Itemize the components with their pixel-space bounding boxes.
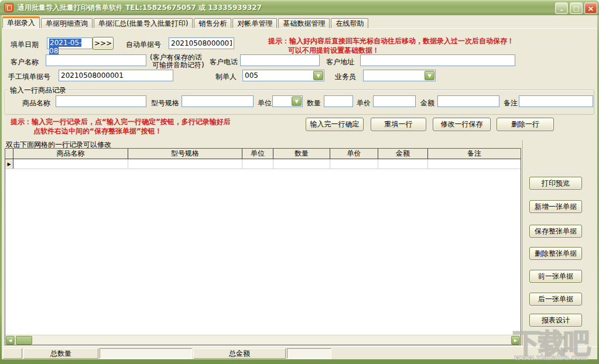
grid-header-remark: 备注 [428, 149, 521, 159]
qty-label: 数量 [307, 98, 321, 108]
panel-divider [2, 28, 597, 29]
row-hint-line1: 提示：输入完一行记录后，点“输入完一行确定”按钮，多行记录输好后 [11, 117, 231, 127]
qty-input[interactable] [324, 95, 353, 107]
grid-header-product: 商品名称 [13, 149, 128, 159]
price-input[interactable] [373, 95, 416, 107]
amount-input[interactable] [437, 95, 499, 107]
minimize-button[interactable]: – [555, 2, 568, 14]
items-grid[interactable]: 商品名称 型号规格 单位 数量 单价 金额 备注 ▶ ◀ ▶ [5, 148, 521, 345]
item-entry-group-title: 输入一行商品记录 [8, 85, 68, 95]
status-bar: 总数量 总金额 [2, 346, 597, 359]
dropdown-arrow-icon[interactable]: ▼ [425, 71, 434, 80]
close-button[interactable]: × [584, 2, 597, 14]
manual-number-label: 手工填单据号 [8, 72, 50, 82]
grid-header-selector [5, 149, 13, 159]
grid-header-price: 单价 [330, 149, 378, 159]
tab-order-summary[interactable]: 单据汇总(批量导入批量打印) [94, 18, 193, 28]
spec-label: 型号规格 [151, 98, 179, 108]
tab-order-entry[interactable]: 单据录入 [2, 16, 40, 28]
new-order-button[interactable]: 新增一张单据 [529, 200, 582, 213]
grid-right-divider [522, 140, 523, 345]
customer-address-input[interactable] [360, 54, 515, 66]
grid-header-qty: 数量 [273, 149, 330, 159]
total-amount-label: 总金额 [193, 348, 286, 359]
customer-phone-input[interactable] [240, 54, 320, 66]
date-picker-button[interactable]: >>> [93, 37, 114, 50]
tab-statement-mgmt[interactable]: 对帐单管理 [232, 18, 277, 28]
customer-name-label: 客户名称 [11, 57, 39, 67]
price-label: 单价 [357, 98, 371, 108]
spec-input[interactable] [182, 95, 254, 107]
total-qty-value [100, 348, 192, 359]
product-name-label: 商品名称 [22, 98, 50, 108]
unit-label: 单位 [258, 98, 272, 108]
tab-online-help[interactable]: 在线帮助 [331, 18, 368, 28]
tab-base-data-mgmt[interactable]: 基础数据管理 [278, 18, 330, 28]
delete-order-button[interactable]: 删除整张单据 [529, 247, 582, 260]
auto-number-input[interactable] [169, 37, 234, 49]
customer-name-input[interactable] [46, 54, 146, 66]
product-name-input[interactable] [56, 95, 146, 107]
maker-combobox[interactable]: 005 ▼ [242, 70, 324, 81]
delete-row-button[interactable]: 删除一行 [497, 118, 554, 131]
row-marker-icon: ▶ [5, 159, 13, 169]
app-icon [4, 3, 13, 12]
tab-strip: 单据录入 单据明细查询 单据汇总(批量导入批量打印) 销售分析 对帐单管理 基础… [2, 17, 368, 28]
customer-note-line2: 可输拼音助记符) [152, 60, 204, 70]
total-qty-label: 总数量 [23, 348, 98, 359]
salesman-label: 业务员 [335, 72, 356, 82]
previous-order-button[interactable]: 前一张单据 [529, 270, 582, 283]
date-input[interactable]: 2021-05-08 [47, 37, 93, 49]
remark-label: 备注 [504, 98, 518, 108]
dropdown-arrow-icon[interactable]: ▼ [313, 71, 323, 80]
grid-header-unit: 单位 [242, 149, 273, 159]
date-label: 填单日期 [11, 40, 39, 50]
minimize-icon: – [560, 6, 563, 14]
tab-sales-analysis[interactable]: 销售分析 [194, 18, 231, 28]
save-order-button[interactable]: 保存整张单据 [529, 225, 582, 238]
maker-value: 005 [245, 71, 258, 80]
amount-label: 金额 [420, 98, 434, 108]
report-design-button[interactable]: 报表设计 [529, 314, 582, 327]
grid-horizontal-scrollbar[interactable]: ◀ ▶ [5, 335, 521, 345]
maximize-button[interactable]: □ [570, 2, 583, 14]
customer-address-label: 客户地址 [326, 57, 354, 67]
title-bar: 通用批量导入批量打印销售单软件 TEL:15825675057 或 133359… [0, 0, 599, 15]
customer-phone-label: 客户电话 [210, 57, 238, 67]
dropdown-arrow-icon[interactable]: ▼ [292, 97, 302, 106]
maximize-icon: □ [573, 5, 579, 12]
manual-number-input[interactable] [59, 70, 173, 81]
modify-row-save-button[interactable]: 修改一行保存 [433, 118, 491, 131]
close-icon: × [588, 4, 594, 13]
remark-input[interactable] [519, 95, 593, 107]
app-window: 通用批量导入批量打印销售单软件 TEL:15825675057 或 133359… [0, 0, 599, 364]
scroll-right-icon[interactable]: ▶ [511, 336, 520, 345]
unit-combobox[interactable]: ▼ [272, 95, 303, 107]
tab-order-detail-query[interactable]: 单据明细查询 [41, 18, 93, 28]
grid-header-spec: 型号规格 [128, 149, 242, 159]
total-amount-value [287, 348, 331, 359]
window-title: 通用批量导入批量打印销售单软件 TEL:15825675057 或 133359… [18, 3, 262, 13]
auto-number-label: 自动单据号 [126, 40, 161, 50]
maker-label: 制单人 [215, 72, 237, 82]
scroll-left-icon[interactable]: ◀ [6, 336, 15, 345]
grid-header-row: 商品名称 型号规格 单位 数量 单价 金额 备注 [5, 149, 521, 159]
salesman-combobox[interactable]: ▼ [363, 70, 436, 81]
grid-header-amount: 金额 [378, 149, 428, 159]
refill-row-button[interactable]: 重填一行 [371, 118, 426, 131]
table-row[interactable]: ▶ [5, 159, 521, 169]
entry-hint-line1: 提示：输入好内容后直接回车光标自动往后移动，数据录入过一次后自动保存！ [268, 36, 514, 46]
print-preview-button[interactable]: 打印预览 [529, 177, 582, 190]
confirm-row-button[interactable]: 输入完一行确定 [306, 118, 364, 131]
scrollbar-thumb[interactable] [16, 336, 32, 345]
row-hint-line2: 点软件右边中间的“保存整张单据”按钮！ [33, 126, 162, 136]
status-panel-blank [3, 348, 22, 359]
next-order-button[interactable]: 后一张单据 [529, 293, 582, 305]
